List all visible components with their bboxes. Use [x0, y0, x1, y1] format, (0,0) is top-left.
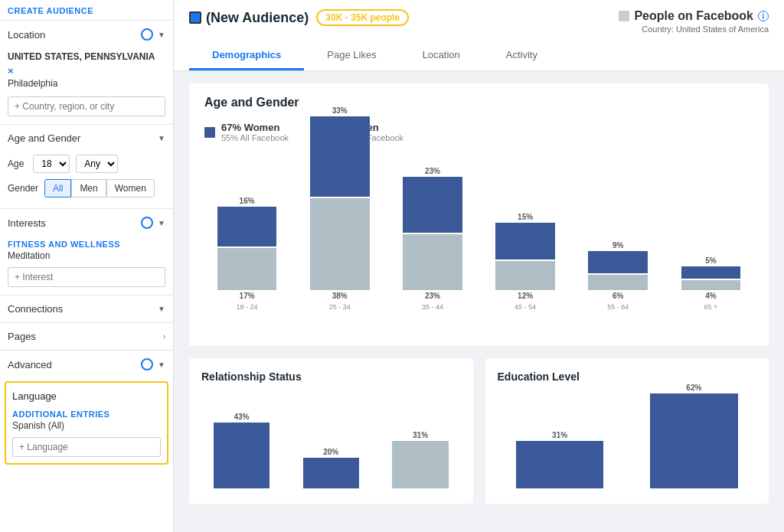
interests-input[interactable]	[8, 267, 165, 287]
audience-left: (New Audience) 30K - 35K people	[189, 9, 409, 26]
location-chevron-icon: ▼	[158, 31, 165, 39]
gender-women-button[interactable]: Women	[106, 179, 155, 197]
language-section: Language ADDITIONAL ENTRIES Spanish (All…	[5, 381, 168, 465]
relationship-status-title: Relationship Status	[201, 370, 461, 383]
interests-header[interactable]: Interests ▼	[0, 209, 173, 237]
interests-content: FITNESS AND WELLNESS Meditation	[0, 237, 173, 295]
rel-bar-3-pct: 31%	[413, 431, 428, 439]
bar-group-55-64: 9% 6% 55 - 64	[576, 241, 661, 311]
edu-bar-1-pct: 31%	[552, 431, 567, 439]
chart-legends: 67% Women 55% All Facebook 33% Men 45% A…	[204, 122, 753, 142]
gender-all-button[interactable]: All	[44, 179, 71, 197]
bar-women-55-64	[588, 251, 648, 273]
bar-men-18-24	[217, 248, 277, 290]
interests-settings-icon	[141, 217, 153, 229]
bar-pct-women-18-24: 16%	[240, 197, 255, 205]
pages-label: Pages	[8, 331, 36, 342]
bar-men-45-54	[495, 261, 555, 290]
education-bar-chart: 31% 62%	[498, 392, 757, 491]
bar-women-65plus	[681, 266, 741, 279]
location-settings-icon	[141, 28, 153, 41]
relationship-status-card: Relationship Status 43% 20% 31%	[189, 358, 473, 504]
age-label: Age	[8, 158, 24, 169]
age-gender-chart-title: Age and Gender	[204, 96, 753, 109]
bar-men-55-64	[588, 275, 648, 290]
two-col-charts: Relationship Status 43% 20% 31%	[189, 358, 769, 504]
bar-label-55-64: 55 - 64	[607, 303, 629, 311]
advanced-header[interactable]: Advanced ▼	[0, 351, 173, 378]
audience-info-row: (New Audience) 30K - 35K people People o…	[189, 9, 769, 34]
bar-label-45-54: 45 - 54	[514, 303, 536, 311]
edu-bar-2: 62%	[632, 383, 756, 488]
tab-location[interactable]: Location	[400, 41, 483, 70]
age-to-select[interactable]: Any	[76, 155, 118, 173]
age-from-select[interactable]: 18	[33, 155, 70, 173]
language-content: ADDITIONAL ENTRIES Spanish (All)	[9, 406, 164, 460]
women-legend-pct: 67% Women	[221, 122, 289, 133]
bar-pct-men-25-34: 38%	[332, 292, 348, 300]
age-gender-section: Age and Gender ▼ Age 18 Any Gender All M…	[0, 124, 173, 208]
bar-pct-women-35-44: 23%	[425, 167, 440, 175]
bar-women-18-24	[217, 207, 277, 246]
bar-group-18-24: 16% 17% 18 - 24	[204, 197, 289, 311]
facebook-square-icon	[619, 11, 629, 21]
age-gender-label: Age and Gender	[8, 132, 80, 144]
bar-label-25-34: 25 - 34	[329, 303, 351, 311]
tab-activity[interactable]: Activity	[483, 41, 560, 70]
bar-pct-women-45-54: 15%	[518, 213, 533, 221]
main-content: (New Audience) 30K - 35K people People o…	[174, 0, 784, 532]
edu-bar-2-fill	[650, 393, 737, 488]
location-input[interactable]	[8, 96, 165, 116]
bar-group-35-44: 23% 23% 35 - 44	[390, 167, 475, 311]
interests-chevron-icon: ▼	[158, 219, 165, 227]
bar-women-25-34	[310, 116, 370, 197]
people-info-icon[interactable]: i	[758, 11, 769, 21]
age-gender-content: Age 18 Any Gender All Men Women	[0, 152, 173, 208]
advanced-chevron-icon: ▼	[158, 361, 165, 369]
rel-bar-3-fill	[392, 441, 448, 488]
main-header: (New Audience) 30K - 35K people People o…	[174, 0, 784, 71]
rel-bar-1-fill	[214, 423, 270, 488]
women-legend: 67% Women 55% All Facebook	[204, 122, 289, 142]
tabs: Demographics Page Likes Location Activit…	[189, 41, 769, 70]
location-remove-icon[interactable]: ×	[8, 65, 14, 77]
advanced-label: Advanced	[8, 359, 52, 370]
rel-bar-1-pct: 43%	[234, 413, 249, 421]
main-body: Age and Gender 67% Women 55% All Faceboo…	[174, 71, 784, 516]
women-legend-sub: 55% All Facebook	[221, 133, 289, 142]
bar-label-18-24: 18 - 24	[237, 303, 258, 311]
bar-men-25-34	[310, 198, 370, 290]
rel-bar-1: 43%	[201, 413, 282, 488]
gender-men-button[interactable]: Men	[71, 179, 106, 197]
bar-group-25-34: 33% 38% 25 - 34	[297, 106, 382, 311]
audience-title: (New Audience) 30K - 35K people	[189, 9, 409, 26]
connections-header[interactable]: Connections ▼	[0, 295, 173, 322]
interests-item: Meditation	[8, 250, 165, 261]
bar-label-35-44: 35 - 44	[422, 303, 443, 311]
language-input[interactable]	[12, 437, 161, 457]
bar-pct-women-25-34: 33%	[332, 106, 348, 115]
bar-men-35-44	[403, 234, 462, 290]
age-gender-bar-chart: 16% 17% 18 - 24 33% 38% 25 - 34 23%	[204, 150, 753, 334]
age-row: Age 18 Any	[8, 155, 165, 173]
location-header[interactable]: Location ▼	[0, 21, 173, 48]
rel-bar-2-pct: 20%	[323, 448, 338, 456]
interests-category: FITNESS AND WELLNESS	[8, 240, 165, 249]
pages-section: Pages ›	[0, 322, 173, 350]
age-gender-header[interactable]: Age and Gender ▼	[0, 125, 173, 152]
bar-pct-men-65plus: 4%	[705, 292, 716, 300]
edu-bar-2-pct: 62%	[686, 383, 701, 392]
location-city-row: Philadelphia	[8, 78, 165, 89]
language-header[interactable]: Language	[9, 386, 164, 406]
bar-women-35-44	[403, 177, 462, 233]
bar-group-45-54: 15% 12% 45 - 54	[483, 213, 568, 311]
tab-demographics[interactable]: Demographics	[189, 41, 304, 70]
audience-right: People on Facebook i Country: United Sta…	[619, 9, 769, 34]
bar-pct-men-18-24: 17%	[240, 292, 255, 300]
audience-size-badge: 30K - 35K people	[316, 9, 409, 26]
additional-entries-label: ADDITIONAL ENTRIES	[12, 410, 161, 419]
connections-section: Connections ▼	[0, 295, 173, 322]
pages-header[interactable]: Pages ›	[0, 323, 173, 350]
tab-page-likes[interactable]: Page Likes	[304, 41, 399, 70]
bar-men-65plus	[681, 280, 741, 290]
